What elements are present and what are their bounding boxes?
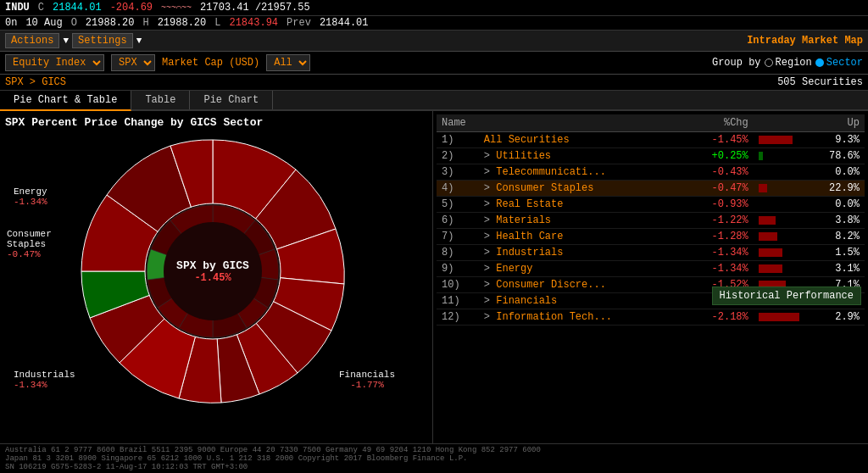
row-num: 1) — [437, 132, 479, 148]
ticker-row-2: 0n 10 Aug O 21988.20 H 21988.20 L 21843.… — [0, 16, 868, 31]
ticker-o-value: 21988.20 — [86, 17, 135, 29]
row-up: 9.3% — [804, 132, 865, 148]
settings-arrow: ▼ — [136, 36, 142, 46]
row-num: 9) — [437, 261, 479, 277]
row-name: > Real Estate — [479, 197, 684, 213]
row-num: 8) — [437, 245, 479, 261]
region-radio-label[interactable]: Region — [765, 57, 812, 69]
row-name: > Information Tech... — [479, 309, 684, 326]
ticker-h-label: H — [142, 17, 148, 29]
actions-button[interactable]: Actions — [5, 33, 59, 48]
row-pct: -1.22% — [684, 213, 754, 229]
footer-line1: Australia 61 2 9777 8600 Brazil 5511 239… — [5, 446, 863, 454]
spx-select[interactable]: SPX — [111, 54, 155, 71]
row-name: > Consumer Staples — [479, 181, 684, 197]
ticker-change: -204.69 — [110, 2, 153, 14]
row-bar — [754, 181, 804, 197]
svg-point-1 — [164, 222, 262, 320]
ticker-h-value: 21988.20 — [158, 17, 207, 29]
securities-count: 505 Securities — [777, 76, 863, 88]
row-num: 11) — [437, 293, 479, 309]
actions-left: Actions ▼ Settings ▼ — [5, 33, 142, 48]
row-up: 1.5% — [804, 245, 865, 261]
filter-bar: Equity Index SPX Market Cap (USD) All Gr… — [0, 52, 868, 75]
breadcrumb: SPX > GICS 505 Securities — [0, 75, 868, 91]
pie-container: Energy -1.34% Consumer Staples -0.47% In… — [5, 136, 420, 407]
row-pct: -0.47% — [684, 181, 754, 197]
row-bar — [754, 148, 804, 164]
ticker-prev-value: 21844.01 — [320, 17, 369, 29]
row-bar — [754, 245, 804, 261]
table-row[interactable]: 2) > Utilities +0.25% 78.6% — [437, 148, 865, 164]
row-up: 22.9% — [804, 181, 865, 197]
actions-arrow: ▼ — [63, 36, 69, 46]
col-name: Name — [437, 114, 684, 132]
row-bar — [754, 213, 804, 229]
row-pct: -1.34% — [684, 245, 754, 261]
market-cap-select[interactable]: All — [266, 54, 310, 71]
row-bar — [754, 164, 804, 181]
historical-performance-button[interactable]: Historical Performance — [712, 287, 861, 305]
ticker-symbol: INDU — [5, 2, 30, 14]
row-num: 4) — [437, 181, 479, 197]
group-by-label: Group by — [712, 57, 761, 69]
consumer-staples-name: Consumer — [7, 229, 52, 239]
ticker-prev-label: Prev — [287, 17, 311, 29]
ticker-sparkline: ~~~⌒~~ — [161, 3, 192, 13]
group-by-section: Group by Region Sector — [712, 57, 863, 69]
table-row[interactable]: 6) > Materials -1.22% 3.8% — [437, 213, 865, 229]
row-bar — [754, 132, 804, 148]
row-up: 0.0% — [804, 197, 865, 213]
row-pct: -2.18% — [684, 309, 754, 326]
ticker-date: 10 Aug — [25, 17, 62, 29]
tab-pie-chart-table[interactable]: Pie Chart & Table — [0, 91, 131, 111]
row-name: > Consumer Discre... — [479, 277, 684, 293]
table-row[interactable]: 12) > Information Tech... -2.18% 2.9% — [437, 309, 865, 326]
row-name: > Financials — [479, 293, 684, 309]
pie-chart-svg — [69, 127, 357, 415]
table-row[interactable]: 5) > Real Estate -0.93% 0.0% — [437, 197, 865, 213]
sector-label: Sector — [826, 57, 863, 69]
row-num: 6) — [437, 213, 479, 229]
tab-pie-chart[interactable]: Pie Chart — [190, 91, 273, 109]
row-up: 3.8% — [804, 213, 865, 229]
industrials-label: Industrials -1.34% — [14, 370, 75, 390]
ticker-l-label: L — [214, 17, 220, 29]
row-num: 5) — [437, 197, 479, 213]
table-row[interactable]: 8) > Industrials -1.34% 1.5% — [437, 245, 865, 261]
ticker-row-1: INDU C 21844.01 -204.69 ~~~⌒~~ 21703.41 … — [0, 0, 868, 16]
col-bar — [754, 114, 804, 132]
energy-name: Energy — [14, 186, 47, 197]
industrials-pct: -1.34% — [14, 380, 75, 390]
sector-radio-label[interactable]: Sector — [815, 57, 863, 69]
table-row[interactable]: 1) All Securities -1.45% 9.3% — [437, 132, 865, 148]
row-name: > Industrials — [479, 245, 684, 261]
row-up: 2.9% — [804, 309, 865, 326]
financials-pct: -1.77% — [339, 380, 395, 390]
row-pct: -1.45% — [684, 132, 754, 148]
table-row[interactable]: 4) > Consumer Staples -0.47% 22.9% — [437, 181, 865, 197]
row-pct: +0.25% — [684, 148, 754, 164]
table-row[interactable]: 3) > Telecommunicati... -0.43% 0.0% — [437, 164, 865, 181]
row-bar — [754, 309, 804, 326]
row-up: 0.0% — [804, 164, 865, 181]
row-num: 7) — [437, 229, 479, 245]
row-bar — [754, 229, 804, 245]
breadcrumb-path: SPX > GICS — [5, 76, 66, 88]
settings-button[interactable]: Settings — [72, 33, 133, 48]
row-name: > Materials — [479, 213, 684, 229]
financials-label: Financials -1.77% — [339, 370, 395, 390]
right-panel: Name %Chg Up 1) All Securities -1.45% 9.… — [432, 111, 868, 473]
table-row[interactable]: 7) > Health Care -1.28% 8.2% — [437, 229, 865, 245]
row-name: All Securities — [479, 132, 684, 148]
row-pct: -0.93% — [684, 197, 754, 213]
ticker-l-value: 21843.94 — [229, 17, 278, 29]
tab-table[interactable]: Table — [131, 91, 190, 109]
tabs-row: Pie Chart & Table Table Pie Chart — [0, 91, 868, 111]
energy-label: Energy -1.34% — [14, 186, 47, 207]
actions-bar: Actions ▼ Settings ▼ Intraday Market Map — [0, 31, 868, 52]
table-row[interactable]: 9) > Energy -1.34% 3.1% — [437, 261, 865, 277]
equity-index-select[interactable]: Equity Index — [5, 54, 104, 71]
ticker-c-value: 21844.01 — [53, 2, 102, 14]
ticker-c-label: C — [38, 2, 44, 14]
